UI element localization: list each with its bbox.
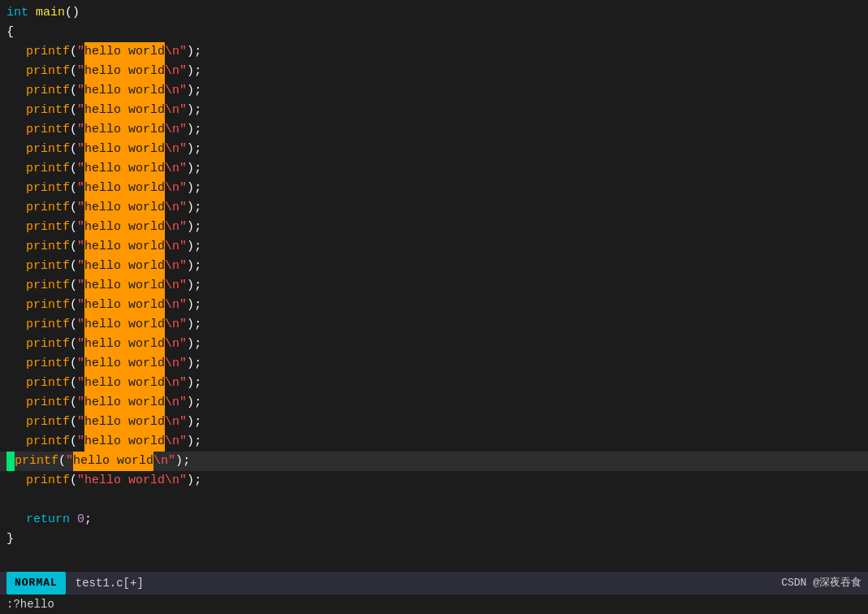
code-line-9: printf ( " hello world \n " ) ; <box>0 159 868 179</box>
code-line-7: printf ( " hello world \n " ) ; <box>0 120 868 140</box>
code-line-17: printf ( " hello world \n " ) ; <box>0 315 868 335</box>
command-line: :?hello <box>0 595 868 614</box>
code-line-15: printf ( " hello world \n " ) ; <box>0 276 868 296</box>
watermark-text: CSDN @深夜吞食 <box>781 573 862 593</box>
code-line-20: printf ( " hello world \n " ) ; <box>0 374 868 393</box>
code-line-24-current: printf ( " hello world \n " ) ; <box>0 452 868 471</box>
code-line-27: return 0 ; <box>0 510 868 530</box>
code-line-8: printf ( " hello world \n " ) ; <box>0 140 868 159</box>
code-line-21: printf ( " hello world \n " ) ; <box>0 393 868 413</box>
command-text: :?hello <box>6 595 54 614</box>
code-line-12: printf ( " hello world \n " ) ; <box>0 218 868 237</box>
keyword-int: int <box>6 3 28 23</box>
status-bar: NORMAL test1.c[+] CSDN @深夜吞食 <box>0 572 868 595</box>
code-line-19: printf ( " hello world \n " ) ; <box>0 354 868 374</box>
filename-label: test1.c[+] <box>76 573 144 593</box>
code-line-22: printf ( " hello world \n " ) ; <box>0 413 868 432</box>
code-line-23: printf ( " hello world \n " ) ; <box>0 432 868 452</box>
code-line-16: printf ( " hello world \n " ) ; <box>0 296 868 315</box>
vim-cursor <box>6 452 15 471</box>
code-line-4: printf ( " hello world \n " ) ; <box>0 62 868 81</box>
code-line-26 <box>0 491 868 510</box>
code-line-3: printf ( " hello world \n " ) ; <box>0 42 868 62</box>
code-line-10: printf ( " hello world \n " ) ; <box>0 179 868 198</box>
code-line-11: printf ( " hello world \n " ) ; <box>0 198 868 218</box>
code-line-13: printf ( " hello world \n " ) ; <box>0 237 868 257</box>
code-line-5: printf ( " hello world \n " ) ; <box>0 81 868 101</box>
code-line-18: printf ( " hello world \n " ) ; <box>0 335 868 354</box>
code-line-14: printf ( " hello world \n " ) ; <box>0 257 868 276</box>
code-line-28: } <box>0 530 868 549</box>
highlight-hello: hello <box>84 42 121 62</box>
func-name-main: main <box>36 3 65 23</box>
status-left: NORMAL test1.c[+] <box>6 572 144 595</box>
code-editor[interactable]: int main () { printf ( " hello world \n … <box>0 0 868 572</box>
code-line-1: int main () <box>0 3 868 23</box>
code-line-25: printf ( " hello world \n " ) ; <box>0 471 868 491</box>
code-line-6: printf ( " hello world \n " ) ; <box>0 101 868 120</box>
vim-mode-badge: NORMAL <box>6 572 66 595</box>
code-line-2: { <box>0 23 868 42</box>
paren-open: () <box>65 3 80 23</box>
brace-open: { <box>6 23 14 42</box>
highlight-world: world <box>121 42 165 62</box>
